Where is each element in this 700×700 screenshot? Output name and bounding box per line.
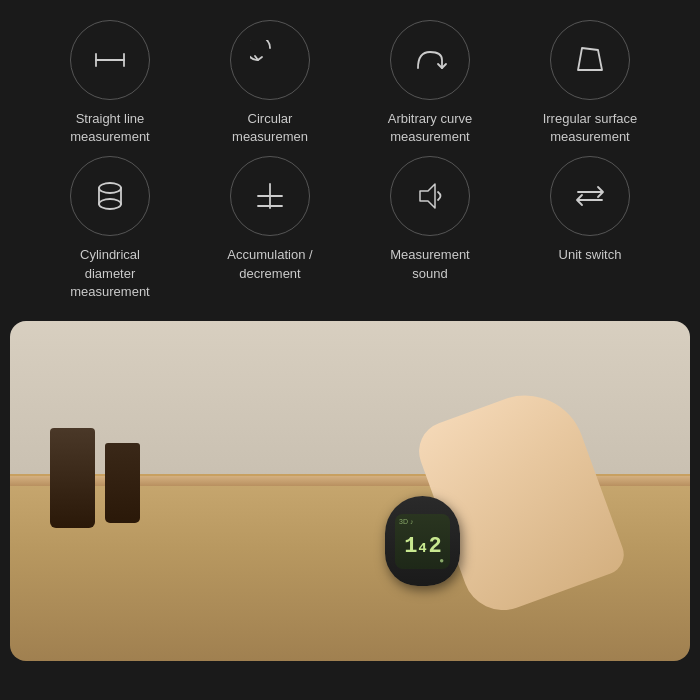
icon-item-circular: Circularmeasuremen bbox=[190, 20, 350, 146]
straight-line-label: Straight linemeasurement bbox=[70, 110, 149, 146]
arbitrary-curve-label: Arbitrary curvemeasurement bbox=[388, 110, 473, 146]
screen-value: 1₄2 bbox=[404, 532, 441, 559]
accumulation-label: Accumulation /decrement bbox=[227, 246, 312, 282]
measurement-sound-icon bbox=[410, 176, 450, 216]
screen-top-icons: 3D ♪ bbox=[399, 518, 446, 525]
icon-circle-circular bbox=[230, 20, 310, 100]
icon-item-irregular-surface: Irregular surfacemeasurement bbox=[510, 20, 670, 146]
circular-label: Circularmeasuremen bbox=[232, 110, 308, 146]
cylindrical-label: Cylindricaldiametermeasurement bbox=[70, 246, 149, 301]
icon-circle-straight-line bbox=[70, 20, 150, 100]
device-screen: 3D ♪ 1₄2 ● bbox=[395, 514, 450, 569]
svg-marker-11 bbox=[420, 184, 435, 208]
irregular-surface-label: Irregular surfacemeasurement bbox=[543, 110, 638, 146]
measurement-sound-label: Measurementsound bbox=[390, 246, 469, 282]
circular-icon bbox=[250, 40, 290, 80]
svg-point-4 bbox=[99, 183, 121, 193]
icon-circle-accumulation bbox=[230, 156, 310, 236]
arbitrary-curve-icon bbox=[410, 40, 450, 80]
unit-switch-label: Unit switch bbox=[559, 246, 622, 264]
irregular-surface-icon bbox=[570, 40, 610, 80]
icon-circle-measurement-sound bbox=[390, 156, 470, 236]
straight-line-icon bbox=[90, 40, 130, 80]
screen-unit: ● bbox=[439, 556, 444, 565]
icon-item-accumulation: Accumulation /decrement bbox=[190, 156, 350, 301]
product-photo: 3D ♪ 1₄2 ● bbox=[10, 321, 690, 661]
svg-point-7 bbox=[99, 199, 121, 209]
measurement-device: 3D ♪ 1₄2 ● bbox=[385, 496, 460, 586]
icon-circle-arbitrary-curve bbox=[390, 20, 470, 100]
icons-grid: Straight linemeasurement Circularmeasure… bbox=[30, 20, 670, 301]
icon-item-measurement-sound: Measurementsound bbox=[350, 156, 510, 301]
accumulation-icon bbox=[250, 176, 290, 216]
icon-item-straight-line: Straight linemeasurement bbox=[30, 20, 190, 146]
photo-wrapper: 3D ♪ 1₄2 ● bbox=[0, 321, 700, 661]
screen-mode-icon: 3D ♪ bbox=[399, 518, 413, 525]
icon-item-unit-switch: Unit switch bbox=[510, 156, 670, 301]
icon-item-arbitrary-curve: Arbitrary curvemeasurement bbox=[350, 20, 510, 146]
top-section: Straight linemeasurement Circularmeasure… bbox=[0, 0, 700, 321]
svg-marker-3 bbox=[578, 48, 602, 70]
icon-circle-cylindrical bbox=[70, 156, 150, 236]
icon-circle-unit-switch bbox=[550, 156, 630, 236]
unit-switch-icon bbox=[570, 176, 610, 216]
vase-left bbox=[50, 428, 95, 528]
cylindrical-icon bbox=[90, 176, 130, 216]
icon-item-cylindrical: Cylindricaldiametermeasurement bbox=[30, 156, 190, 301]
vase-right bbox=[105, 443, 140, 523]
icon-circle-irregular-surface bbox=[550, 20, 630, 100]
